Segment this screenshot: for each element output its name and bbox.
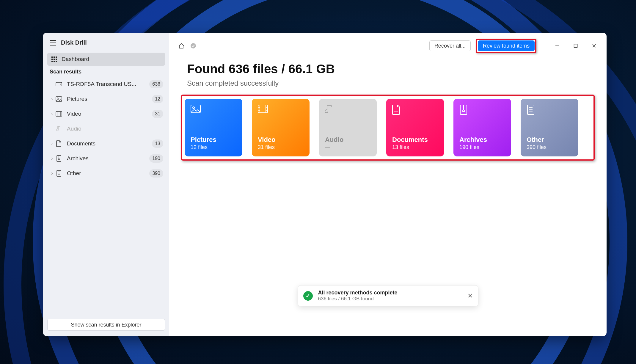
- page-title: Found 636 files / 66.1 GB: [187, 62, 607, 76]
- card-subtitle: 31 files: [258, 144, 304, 150]
- sidebar-item-label: Dashboard: [62, 56, 89, 62]
- sidebar-item-label: Archives: [67, 155, 149, 162]
- drive-icon: [55, 81, 63, 87]
- sidebar-item-label: Documents: [67, 140, 152, 147]
- video-icon: [55, 111, 63, 117]
- card-title: Other: [527, 136, 572, 144]
- sidebar-item-badge: 12: [152, 95, 163, 103]
- chevron-right-icon: ›: [49, 96, 55, 102]
- card-subtitle: 190 files: [459, 144, 505, 150]
- chevron-right-icon: ›: [49, 141, 55, 146]
- scan-complete-toast: ✓ All recovery methods complete 636 file…: [298, 285, 478, 306]
- sidebar-item-other[interactable]: › Other 390: [47, 166, 165, 181]
- toast-subtitle: 636 files / 66.1 GB found: [318, 296, 398, 302]
- toast-close-button[interactable]: ✕: [467, 292, 473, 300]
- sidebar-item-dashboard[interactable]: Dashboard: [47, 53, 165, 66]
- card-title: Pictures: [191, 136, 236, 144]
- sidebar-item-audio: › Audio: [47, 121, 165, 136]
- sidebar-section-header: Scan results: [43, 66, 169, 77]
- svg-point-13: [191, 43, 196, 48]
- document-icon: [55, 141, 63, 147]
- video-icon: [258, 105, 268, 115]
- check-icon: ✓: [303, 291, 313, 301]
- card-title: Documents: [392, 136, 438, 144]
- archive-icon: [55, 156, 63, 161]
- svg-point-2: [57, 98, 58, 99]
- svg-rect-29: [463, 110, 464, 112]
- recover-all-button[interactable]: Recover all...: [429, 40, 471, 51]
- sidebar-item-pictures[interactable]: › Pictures 12: [47, 92, 165, 106]
- sidebar-item-badge: 13: [152, 139, 163, 148]
- svg-point-0: [60, 84, 61, 84]
- card-subtitle: —: [325, 144, 371, 150]
- chevron-right-icon: ›: [49, 171, 55, 176]
- sidebar: Disk Drill Dashboard Scan results › TS-R…: [43, 33, 169, 336]
- dashboard-icon: [51, 57, 57, 62]
- sidebar-item-label: Audio: [67, 125, 163, 132]
- page-subtitle: Scan completed successfully: [187, 79, 607, 87]
- archive-icon: [459, 105, 469, 115]
- sidebar-item-label: Video: [67, 111, 152, 117]
- window-maximize-button[interactable]: [569, 40, 582, 51]
- home-icon[interactable]: [178, 43, 185, 49]
- toast-title: All recovery methods complete: [318, 290, 398, 296]
- card-archives[interactable]: Archives 190 files: [453, 99, 511, 156]
- sidebar-item-documents[interactable]: › Documents 13: [47, 136, 165, 151]
- other-icon: [527, 105, 537, 115]
- menu-icon[interactable]: [50, 40, 56, 46]
- svg-rect-9: [57, 170, 61, 176]
- app-window: Disk Drill Dashboard Scan results › TS-R…: [43, 33, 607, 336]
- card-other[interactable]: Other 390 files: [521, 99, 578, 156]
- audio-icon: [325, 105, 335, 115]
- review-found-items-button[interactable]: Review found items: [478, 40, 535, 51]
- sidebar-item-badge: 31: [152, 110, 163, 118]
- picture-icon: [191, 105, 201, 115]
- svg-rect-3: [56, 112, 62, 116]
- chevron-right-icon: ›: [49, 156, 55, 161]
- svg-rect-16: [191, 105, 200, 113]
- check-circle-icon[interactable]: [190, 43, 197, 49]
- sidebar-item-label: Pictures: [67, 96, 152, 102]
- card-title: Archives: [459, 136, 505, 144]
- sidebar-item-archives[interactable]: › Archives 190: [47, 151, 165, 166]
- other-icon: [55, 170, 63, 176]
- card-subtitle: 390 files: [527, 144, 572, 150]
- card-video[interactable]: Video 31 files: [252, 99, 310, 156]
- chevron-right-icon: ›: [49, 111, 55, 117]
- svg-rect-18: [258, 105, 268, 113]
- card-subtitle: 12 files: [191, 144, 236, 150]
- sidebar-device-label: TS-RDF5A Transcend US...: [67, 81, 149, 87]
- sidebar-item-badge: 190: [149, 154, 163, 163]
- window-close-button[interactable]: [588, 40, 601, 51]
- show-in-explorer-button[interactable]: Show scan results in Explorer: [47, 319, 165, 331]
- card-documents[interactable]: Documents 13 files: [386, 99, 444, 156]
- app-title: Disk Drill: [61, 39, 87, 46]
- main-panel: Recover all... Review found items Found …: [169, 33, 607, 336]
- sidebar-device-badge: 636: [149, 80, 163, 88]
- svg-rect-1: [56, 97, 62, 101]
- card-subtitle: 13 files: [392, 144, 438, 150]
- card-audio: Audio —: [319, 99, 377, 156]
- review-button-highlight: Review found items: [476, 39, 536, 53]
- svg-point-17: [193, 107, 194, 109]
- sidebar-device-row[interactable]: › TS-RDF5A Transcend US... 636: [47, 77, 165, 92]
- card-title: Video: [258, 136, 304, 144]
- svg-rect-8: [58, 159, 59, 160]
- sidebar-item-label: Other: [67, 170, 149, 177]
- card-title: Audio: [325, 136, 371, 144]
- category-cards-highlight: Pictures 12 files Video 31 files: [181, 95, 595, 161]
- sidebar-item-video[interactable]: › Video 31: [47, 106, 165, 121]
- svg-rect-15: [574, 44, 577, 48]
- audio-icon: [55, 126, 63, 132]
- document-icon: [392, 105, 402, 115]
- picture-icon: [55, 96, 63, 102]
- window-minimize-button[interactable]: [551, 40, 564, 51]
- sidebar-item-badge: 390: [149, 169, 163, 178]
- card-pictures[interactable]: Pictures 12 files: [185, 99, 242, 156]
